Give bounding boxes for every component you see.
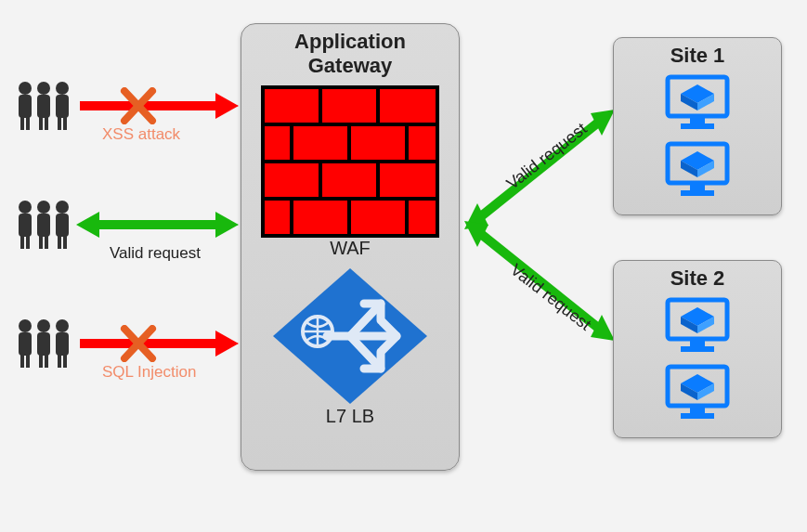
site1-title: Site 1 [614,44,781,68]
svg-rect-54 [409,126,436,160]
gateway-title-2: Gateway [308,54,393,77]
users-icon [14,79,74,130]
svg-rect-57 [380,163,436,197]
svg-rect-6 [39,116,43,130]
svg-rect-22 [58,235,61,249]
svg-point-12 [19,201,32,214]
svg-point-24 [19,319,32,332]
site1-box: Site 1 [613,37,782,215]
svg-marker-42 [215,212,239,238]
svg-rect-1 [19,95,32,118]
svg-rect-3 [26,116,30,130]
svg-rect-25 [19,332,32,356]
svg-rect-75 [681,123,714,129]
svg-rect-7 [45,116,48,130]
svg-rect-17 [37,214,50,237]
svg-rect-5 [37,95,50,118]
users-icon [14,317,74,368]
svg-rect-74 [690,116,705,123]
svg-rect-92 [690,406,705,413]
svg-rect-29 [37,332,50,356]
svg-rect-26 [20,354,24,368]
site2-title: Site 2 [614,266,781,291]
waf-label: WAF [241,238,459,259]
svg-rect-80 [690,183,705,190]
gateway-title-1: Application [294,30,406,53]
svg-rect-11 [63,116,67,130]
vm-icon [664,363,731,421]
svg-rect-35 [63,354,67,368]
vm-icon [664,296,731,354]
svg-rect-56 [322,163,376,197]
svg-rect-59 [293,201,347,234]
xss-label: XSS attack [102,125,180,144]
svg-rect-58 [265,201,290,234]
svg-point-16 [37,201,50,214]
svg-rect-2 [20,116,24,130]
svg-point-4 [37,82,50,95]
svg-rect-18 [39,235,43,249]
svg-rect-14 [20,235,24,249]
vm-icon [664,140,731,198]
arrow-valid-request [76,206,239,243]
svg-rect-48 [265,89,319,123]
svg-rect-30 [39,354,43,368]
svg-rect-87 [681,346,714,352]
svg-rect-52 [293,126,347,160]
svg-rect-31 [45,354,48,368]
arrow-sql-blocked [76,325,239,362]
svg-rect-50 [380,89,436,123]
waf-icon [261,85,439,238]
l7lb-icon [271,266,429,406]
svg-rect-34 [58,354,61,368]
site2-box: Site 2 [613,260,782,438]
vm-icon [664,73,731,131]
sql-label: SQL Injection [102,363,196,382]
svg-point-28 [37,319,50,332]
svg-rect-27 [26,354,30,368]
svg-rect-10 [58,116,61,130]
svg-rect-53 [351,126,405,160]
svg-rect-60 [351,201,405,234]
users-icon [14,198,74,249]
svg-rect-49 [322,89,376,123]
svg-marker-41 [76,212,99,238]
svg-rect-86 [690,339,705,346]
svg-point-8 [56,82,69,95]
svg-point-0 [19,82,32,95]
svg-rect-15 [26,235,30,249]
svg-rect-21 [56,214,69,237]
svg-marker-37 [215,93,239,119]
svg-rect-93 [681,413,714,419]
svg-point-20 [56,201,69,214]
svg-rect-61 [409,201,436,234]
valid-request-label: Valid request [110,244,201,263]
svg-rect-81 [681,190,714,196]
svg-rect-55 [265,163,319,197]
l7lb-label: L7 LB [241,406,459,427]
svg-rect-9 [56,95,69,118]
svg-marker-44 [215,331,239,357]
svg-rect-51 [265,126,290,160]
svg-rect-13 [19,214,32,237]
arrow-xss-blocked [76,87,239,124]
svg-rect-19 [45,235,48,249]
svg-rect-23 [63,235,67,249]
application-gateway-box: Application Gateway WAF L7 LB [241,23,460,471]
svg-point-32 [56,319,69,332]
svg-rect-33 [56,332,69,356]
